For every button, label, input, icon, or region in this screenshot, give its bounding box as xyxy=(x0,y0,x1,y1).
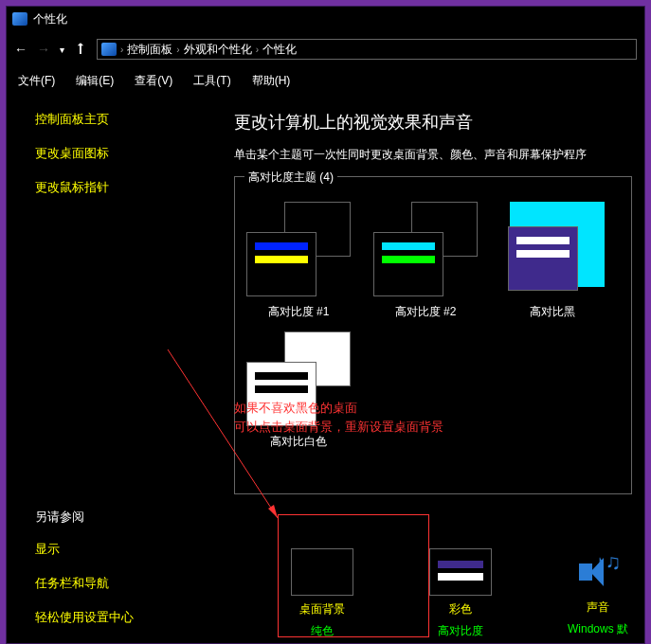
theme-item[interactable]: 高对比度 #1 xyxy=(246,202,351,320)
bottom-title: 声音 xyxy=(587,599,609,616)
bottom-sub: Windows 默 xyxy=(568,621,628,637)
address-bar[interactable]: › 控制面板 › 外观和个性化 › 个性化 xyxy=(97,39,637,60)
addr-icon xyxy=(101,43,117,56)
theme-thumb xyxy=(373,202,478,296)
color-bar xyxy=(382,256,435,263)
window-title: 个性化 xyxy=(33,11,67,27)
bottom-sub: 纯色 xyxy=(311,623,334,639)
sidebar-link-desktop-icons[interactable]: 更改桌面图标 xyxy=(35,145,234,162)
theme-label: 高对比度 #2 xyxy=(395,304,457,320)
theme-label: 高对比度 #1 xyxy=(268,304,330,320)
page-title: 更改计算机上的视觉效果和声音 xyxy=(234,111,644,134)
personalization-icon xyxy=(12,12,27,26)
breadcrumb[interactable]: 外观和个性化 xyxy=(184,42,252,58)
back-button[interactable]: ← xyxy=(14,42,27,57)
chevron-right-icon: › xyxy=(120,45,123,55)
theme-front xyxy=(373,232,443,296)
theme-front xyxy=(246,232,316,296)
menu-help[interactable]: 帮助(H) xyxy=(252,73,291,89)
theme-thumb xyxy=(500,202,605,296)
annotation-line1: 如果不喜欢黑色的桌面 xyxy=(234,399,443,418)
theme-thumb xyxy=(246,202,351,296)
breadcrumb[interactable]: 个性化 xyxy=(262,42,297,58)
theme-section: 高对比度主题 (4) 高对比度 #1 xyxy=(234,176,632,494)
annotation-line2: 可以点击桌面背景，重新设置桌面背景 xyxy=(234,418,443,437)
sidebar-link-home[interactable]: 控制面板主页 xyxy=(35,111,234,128)
theme-front xyxy=(508,226,578,291)
section-heading: 高对比度主题 (4) xyxy=(244,170,337,186)
color-bar xyxy=(255,385,308,393)
up-button[interactable]: 🠕 xyxy=(74,42,87,57)
breadcrumb[interactable]: 控制面板 xyxy=(127,42,172,58)
forward-button[interactable]: → xyxy=(37,42,50,57)
annotation-text: 如果不喜欢黑色的桌面 可以点击桌面背景，重新设置桌面背景 xyxy=(234,399,443,437)
history-chevron-icon[interactable]: ▾ xyxy=(60,45,64,55)
color-bar xyxy=(516,250,570,258)
bottom-title: 彩色 xyxy=(449,601,472,617)
color-button[interactable]: 彩色 高对比度 xyxy=(429,548,492,639)
chevron-right-icon: › xyxy=(176,45,179,55)
window: 个性化 ← → ▾ 🠕 › 控制面板 › 外观和个性化 › 个性化 文件(F) … xyxy=(6,6,645,644)
color-bar xyxy=(255,372,308,380)
chevron-right-icon: › xyxy=(256,45,259,55)
sound-button[interactable]: ♪♫ 声音 Windows 默 xyxy=(568,548,628,639)
color-bar xyxy=(255,242,308,250)
desktop-bg-thumb xyxy=(291,548,353,596)
titlebar: 个性化 xyxy=(7,7,644,31)
color-bar xyxy=(255,256,308,263)
color-bar xyxy=(438,573,483,581)
themes-row-1: 高对比度 #1 高对比度 #2 xyxy=(246,202,620,320)
theme-label: 高对比黑 xyxy=(530,304,575,320)
sound-icon: ♪♫ xyxy=(575,548,621,594)
menubar: 文件(F) 编辑(E) 查看(V) 工具(T) 帮助(H) xyxy=(7,67,644,94)
bottom-sub: 高对比度 xyxy=(438,623,483,639)
desktop-background-button[interactable]: 桌面背景 纯色 xyxy=(291,548,353,639)
seealso-heading: 另请参阅 xyxy=(35,509,234,526)
menu-file[interactable]: 文件(F) xyxy=(18,73,55,89)
theme-item[interactable]: 高对比度 #2 xyxy=(373,202,478,320)
menu-edit[interactable]: 编辑(E) xyxy=(76,73,114,89)
color-thumb xyxy=(429,548,492,596)
theme-item-selected[interactable]: 高对比黑 xyxy=(500,202,605,320)
bottom-row: 桌面背景 纯色 彩色 高对比度 ♪♫ 声音 Windows 默 xyxy=(7,548,644,639)
sidebar-link-mouse-pointers[interactable]: 更改鼠标指针 xyxy=(35,179,234,196)
color-bar xyxy=(382,242,435,250)
menu-view[interactable]: 查看(V) xyxy=(135,73,172,89)
color-bar xyxy=(516,237,570,244)
menu-tools[interactable]: 工具(T) xyxy=(193,73,230,89)
nav-row: ← → ▾ 🠕 › 控制面板 › 外观和个性化 › 个性化 xyxy=(7,35,644,63)
page-subtitle: 单击某个主题可一次性同时更改桌面背景、颜色、声音和屏幕保护程序 xyxy=(234,147,644,163)
color-bar xyxy=(438,561,483,568)
bottom-title: 桌面背景 xyxy=(299,601,345,617)
